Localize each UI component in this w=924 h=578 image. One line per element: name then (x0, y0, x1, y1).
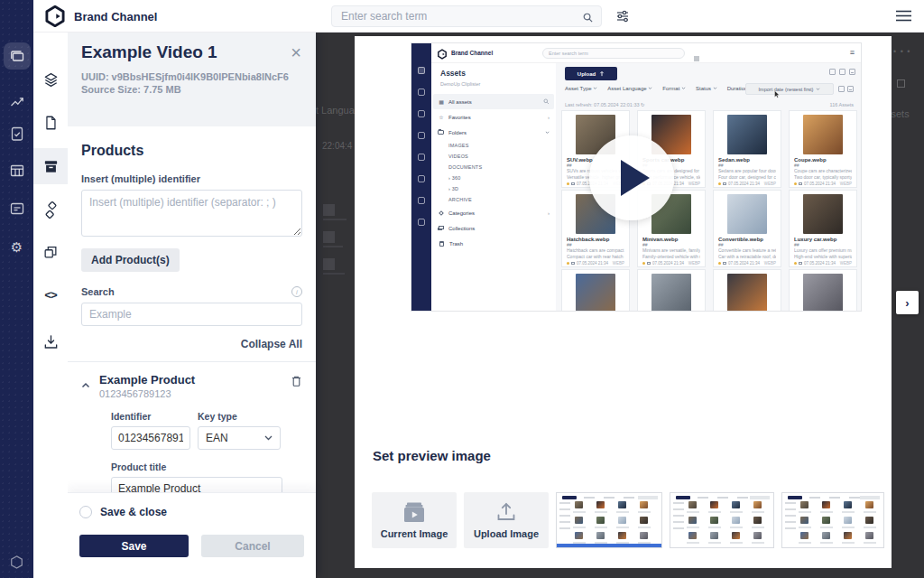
mini-nav-categories[interactable]: Categories› (433, 205, 554, 220)
mini-sidebar-icon (418, 219, 425, 226)
thumb-nav-stub (673, 508, 684, 510)
thumb-card-stub (618, 517, 626, 524)
collapse-all-link[interactable]: Collapse All (81, 338, 302, 350)
thumb-nav-stub (559, 508, 570, 510)
thumb-card-stub (865, 501, 873, 508)
mini-nav-favorites[interactable]: ☆Favorites› (433, 109, 554, 125)
mini-nav-collections[interactable]: Collections (433, 220, 554, 236)
mini-asset-card-performance-car-webp[interactable]: Performance car.webp##Performance cars a… (713, 269, 781, 312)
mini-asset-desc: Hatchback cars are compact vehicles fea (567, 247, 624, 254)
mini-asset-date: 07.05.2024 21:34 (577, 261, 608, 266)
mini-nav-images[interactable]: IMAGES (433, 140, 554, 151)
tasks-icon[interactable] (4, 120, 31, 147)
background-thumb (323, 258, 335, 270)
menu-hamburger-icon[interactable] (895, 8, 912, 27)
broken-link-icon[interactable] (33, 191, 68, 228)
mini-nav-folders[interactable]: Folders (433, 125, 554, 140)
thumb-card-stub (688, 532, 697, 539)
settings-gear-icon[interactable]: ⚙ (4, 233, 31, 260)
mini-nav-3d[interactable]: › 3D (433, 183, 554, 194)
duplicate-icon[interactable] (33, 234, 68, 270)
mini-filter-asset-type[interactable]: Asset Type (565, 86, 597, 91)
thumb-text-stub (820, 542, 833, 544)
status-dot-icon (718, 262, 721, 265)
current-image-tile[interactable]: Current Image (372, 492, 457, 548)
download-icon[interactable] (33, 323, 68, 359)
mini-asset-card-luxury-car-webp[interactable]: Luxury car.webp##Luxury cars offer premi… (789, 190, 857, 267)
mini-nav-documents[interactable]: DOCUMENTS (433, 162, 554, 172)
video-frame-thumbnail-2[interactable] (670, 492, 774, 548)
mini-asset-date: 07.05.2024 21:34 (804, 182, 836, 186)
identifier-input[interactable] (111, 426, 190, 450)
folder-icon (438, 130, 444, 135)
video-preview-frame[interactable]: Brand Channel Enter search term ≡ Assets… (411, 42, 862, 312)
upload-image-tile[interactable]: Upload Image (464, 492, 549, 548)
product-search-label: Search (81, 286, 115, 297)
key-type-select[interactable]: EAN (198, 426, 281, 450)
add-products-button[interactable]: Add Product(s) (81, 248, 180, 272)
mini-nav-trash[interactable]: Trash (433, 236, 554, 251)
product-title-input[interactable] (111, 477, 282, 492)
thumb-card-stub (640, 517, 648, 524)
video-source-size: Source Size: 7.75 MB (81, 83, 302, 96)
table-icon[interactable] (4, 157, 31, 184)
gallery-icon[interactable] (4, 42, 31, 70)
mini-asset-desc: Car with a retractable roof, designed fo… (718, 254, 776, 260)
mini-asset-card-pickup-truck-webp[interactable]: Pickup truck.webp##Pickup trucks are rob… (789, 269, 857, 312)
save-button[interactable]: Save (79, 535, 189, 557)
trash-icon[interactable] (291, 375, 302, 391)
mini-nav-label: › 360 (448, 175, 461, 181)
filter-sliders-icon[interactable] (615, 9, 630, 27)
code-icon[interactable]: <> (33, 277, 68, 313)
video-frame-thumbnail-3[interactable] (781, 492, 884, 548)
search-input[interactable] (332, 6, 601, 26)
notes-icon[interactable] (4, 195, 31, 222)
thumb-card-stub (732, 501, 740, 508)
hexagon-logo-icon (4, 548, 31, 575)
background-fragment-dots: • • • (893, 47, 910, 56)
mini-filter-status[interactable]: Status (696, 86, 717, 91)
background-grid-icon (897, 79, 905, 88)
archive-box-icon[interactable] (33, 148, 68, 184)
close-icon[interactable]: × (287, 40, 305, 65)
mini-asset-format: WEBP (840, 182, 852, 186)
mini-asset-desc: Family-oriented vehicle with spacious in (642, 254, 700, 260)
mini-asset-card-station-wagon-webp[interactable]: Station wagon.webp##Station wagons are e… (637, 269, 706, 312)
mini-nav-videos[interactable]: VIDEOS (433, 151, 554, 162)
analytics-icon[interactable] (4, 88, 31, 115)
mini-asset-card-sedan-webp[interactable]: Sedan.webp##Sedans are popular four door… (713, 110, 781, 188)
thumb-card-stub (753, 532, 762, 539)
mini-filter-format[interactable]: Format (662, 86, 686, 91)
thumb-text-stub (638, 527, 651, 528)
info-icon[interactable]: i (291, 286, 302, 297)
thumb-filter-stub (624, 497, 634, 499)
mini-asset-card-coupe-webp[interactable]: Coupe.webp##Coupe cars are characterized… (789, 110, 857, 188)
multi-identifier-textarea[interactable] (81, 190, 302, 237)
search-icon[interactable] (582, 11, 594, 27)
next-chevron-button[interactable]: › (896, 291, 919, 314)
thumb-text-stub (864, 511, 876, 513)
mini-nav-all-assets[interactable]: ▦All assets (433, 94, 554, 109)
play-button[interactable] (589, 135, 674, 220)
save-and-close-label: Save & close (100, 506, 167, 518)
background-fragment-time: 22:04:4 (322, 141, 352, 151)
mini-asset-card-convertible-webp[interactable]: Convertible.webp##Convertible cars featu… (713, 190, 781, 267)
layers-icon[interactable] (33, 61, 68, 98)
thumb-text-stub (638, 511, 651, 513)
mini-asset-card-crossover-webp[interactable]: Crossover.webp##Crossover cars merge the… (561, 269, 630, 312)
save-and-close-radio[interactable] (79, 506, 92, 518)
mini-filter-asset-language[interactable]: Asset Language (607, 86, 652, 91)
thumb-text-stub (752, 527, 764, 528)
panel-footer: Save & close Save Cancel (68, 492, 316, 578)
video-frame-thumbnail-1[interactable] (556, 492, 662, 548)
mini-sidebar-icon (418, 67, 425, 74)
mini-asset-desc: Minivans are versatile, family-friendly … (642, 247, 700, 254)
status-dot-icon (718, 182, 721, 185)
mini-nav-360[interactable]: › 360 (433, 172, 554, 183)
mini-sidebar (411, 43, 431, 312)
file-icon[interactable] (33, 105, 68, 141)
product-search-input[interactable] (81, 303, 302, 326)
mini-nav-archive[interactable]: ARCHIVE (433, 194, 554, 205)
collapse-chevron-icon[interactable] (81, 377, 90, 393)
cancel-button[interactable]: Cancel (201, 535, 304, 557)
